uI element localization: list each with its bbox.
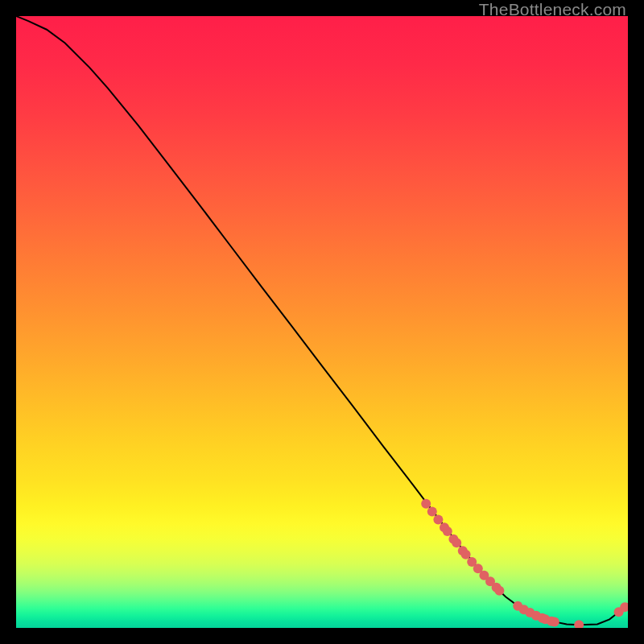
scatter-point (433, 514, 443, 524)
scatter-point (427, 507, 437, 517)
chart-container: TheBottleneck.com (0, 0, 644, 644)
bottleneck-chart (16, 16, 628, 628)
scatter-point (494, 586, 504, 596)
scatter-point (550, 617, 559, 626)
scatter-point (421, 499, 431, 509)
scatter-point (443, 526, 452, 536)
gradient-background (16, 16, 628, 628)
scatter-point (452, 538, 461, 547)
